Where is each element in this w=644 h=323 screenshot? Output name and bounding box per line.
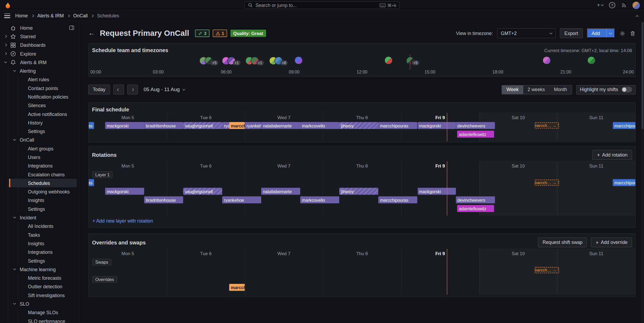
sidebar-item-manage-slos[interactable]: Manage SLOs — [0, 308, 79, 317]
add-button[interactable]: Add — [587, 28, 615, 38]
linked-escalations-badge[interactable]: 3 — [195, 30, 209, 37]
oncall-user-avatar-group[interactable]: +5 — [406, 56, 419, 65]
menu-toggle-icon[interactable] — [4, 13, 10, 18]
view-option-week[interactable]: Week — [502, 85, 523, 94]
breadcrumb-item-home[interactable]: Home — [15, 13, 28, 18]
breadcrumb-item-schedules[interactable]: Schedules — [97, 13, 119, 18]
shift-bar[interactable]: vaughngunnell — [183, 122, 222, 129]
shift-bar[interactable]: marcchipouras — [378, 196, 417, 203]
sidebar-item-insights[interactable]: Insights — [0, 196, 79, 204]
sidebar-item-dashboards[interactable]: Dashboards — [0, 41, 79, 49]
shift-bar[interactable]: vaughngunnell — [183, 188, 222, 195]
oncall-user-avatar-group[interactable]: +8 — [269, 56, 288, 65]
shift-bar[interactable]: mackgorski — [417, 122, 456, 129]
sidebar-item-metric-forecasts[interactable]: Metric forecasts — [0, 274, 79, 282]
shift-bar[interactable]: marcchipouras — [89, 122, 94, 129]
sidebar-item-escalation-chains[interactable]: Escalation chains — [0, 170, 79, 179]
shift-bar[interactable]: bradrittenhouse — [144, 196, 183, 203]
sidebar-item-insights[interactable]: Insights — [0, 239, 79, 248]
sidebar-item-contact-points[interactable]: Contact points — [0, 84, 79, 92]
sidebar-item-active-notifications[interactable]: Active notifications — [0, 110, 79, 118]
quality-badge[interactable]: Quality: Great — [230, 30, 266, 37]
shift-bar[interactable]: devincheevers — [456, 122, 495, 129]
sidebar-item-tasks[interactable]: Tasks — [0, 231, 79, 239]
sidebar-item-settings[interactable]: Settings — [0, 127, 79, 135]
new-menu-button[interactable]: + — [597, 2, 603, 8]
add-dropdown-icon[interactable] — [606, 29, 614, 37]
add-override-button[interactable]: + Add override — [591, 238, 632, 247]
sidebar-item-schedules[interactable]: Schedules — [0, 179, 79, 187]
sidebar-item-home[interactable]: Home — [0, 24, 79, 32]
chevron-right-icon[interactable] — [4, 52, 7, 55]
view-option-month[interactable]: Month — [549, 85, 572, 94]
oncall-user-avatar-group[interactable]: +1 — [245, 56, 264, 65]
shift-bar[interactable]: adamlefkowitz — [457, 205, 494, 212]
page-scrollbar[interactable] — [641, 21, 644, 323]
oncall-user-avatar-group[interactable]: +5 — [200, 56, 218, 65]
sidebar-item-users[interactable]: Users — [0, 153, 79, 161]
prev-week-button[interactable] — [113, 85, 124, 95]
shift-bar[interactable]: ryankehoe — [222, 122, 229, 129]
sidebar-item-alerting[interactable]: Alerting — [0, 67, 79, 75]
add-layer-link[interactable]: + Add new layer with rotation — [89, 216, 635, 228]
sidebar-item-oncall[interactable]: OnCall — [0, 135, 79, 144]
export-button[interactable]: Export — [560, 28, 583, 38]
shift-bar[interactable]: marcchipouras — [613, 122, 635, 129]
sidebar-item-sift-investigations[interactable]: Sift investigations — [0, 291, 79, 299]
chevron-down-icon[interactable] — [13, 267, 16, 270]
shift-bar[interactable]: marcchipouras — [378, 122, 417, 129]
view-option-2-weeks[interactable]: 2 weeks — [523, 85, 549, 94]
sidebar-item-slo-performance[interactable]: SLO performance — [0, 317, 79, 323]
chevron-down-icon[interactable] — [4, 60, 7, 63]
shift-bar[interactable]: jtheory — [339, 188, 378, 195]
user-avatar[interactable] — [633, 1, 640, 9]
chevron-right-icon[interactable] — [4, 35, 7, 38]
settings-gear-icon[interactable] — [619, 30, 626, 36]
sidebar-item-integrations[interactable]: Integrations — [0, 161, 79, 170]
news-icon[interactable] — [621, 2, 627, 8]
sidebar-item-alerts-irm[interactable]: Alerts & IRM — [0, 58, 79, 67]
sidebar-item-outgoing-webhooks[interactable]: Outgoing webhooks — [0, 187, 79, 196]
help-icon[interactable]: ? — [609, 2, 615, 8]
sidebar-item-outlier-detection[interactable]: Outlier detection — [0, 282, 79, 291]
sidebar-item-history[interactable]: History — [0, 118, 79, 127]
shift-bar[interactable]: ryankehoe — [245, 122, 261, 129]
shift-bar[interactable]: markcovello — [300, 196, 339, 203]
sidebar-item-incident[interactable]: Incident — [0, 213, 79, 222]
swap-request-badge[interactable]: marcch… → ? — [534, 180, 559, 186]
oncall-user-avatar-group[interactable]: +1 — [222, 56, 240, 65]
breadcrumb-item-oncall[interactable]: OnCall — [73, 13, 88, 18]
date-range-dropdown[interactable]: 05 Aug - 11 Aug — [144, 87, 185, 92]
shift-bar[interactable]: mackgorski — [105, 188, 144, 195]
shift-bar[interactable]: nataliabernarte — [261, 122, 300, 129]
swap-request-badge[interactable]: marcch… → ? — [534, 122, 559, 129]
sidebar-item-alert-rules[interactable]: Alert rules — [0, 75, 79, 84]
sidebar-item-silences[interactable]: Silences — [0, 101, 79, 110]
sidebar-item-machine-learning[interactable]: Machine learning — [0, 265, 79, 274]
shift-bar[interactable]: jtheory — [339, 122, 378, 129]
sidebar-item-starred[interactable]: Starred — [0, 32, 79, 41]
shift-bar[interactable]: mackgorski — [105, 122, 144, 129]
chevron-down-icon[interactable] — [13, 216, 16, 219]
collapse-topbar-icon[interactable] — [635, 10, 640, 21]
request-shift-swap-button[interactable]: Request shift swap — [538, 238, 587, 247]
shift-bar[interactable]: marcchipouras — [613, 179, 635, 186]
delete-trash-icon[interactable] — [630, 30, 636, 36]
shift-bar[interactable]: mackgorski — [417, 188, 456, 195]
sidebar-item-alert-groups[interactable]: Alert groups — [0, 144, 79, 153]
today-button[interactable]: Today — [88, 85, 110, 95]
chevron-down-icon[interactable] — [13, 69, 16, 72]
shift-bar[interactable]: ryankehoe — [222, 196, 261, 203]
back-button[interactable]: ← — [88, 30, 95, 37]
sidebar-item-settings[interactable]: Settings — [0, 205, 79, 213]
dock-menu-icon[interactable] — [69, 25, 75, 31]
shift-bar[interactable]: markcovello — [300, 122, 339, 129]
chevron-down-icon[interactable] — [13, 138, 16, 141]
shift-bar[interactable]: bradrittenhouse — [144, 122, 183, 129]
sidebar-item-all-incidents[interactable]: All Incidents — [0, 222, 79, 230]
oncall-user-avatar-group[interactable] — [587, 56, 595, 65]
sidebar-item-notification-policies[interactable]: Notification policies — [0, 92, 79, 101]
timezone-select[interactable]: GMT+2 — [497, 28, 556, 38]
sidebar-item-explore[interactable]: Explore — [0, 49, 79, 58]
oncall-user-avatar-group[interactable] — [543, 56, 551, 65]
